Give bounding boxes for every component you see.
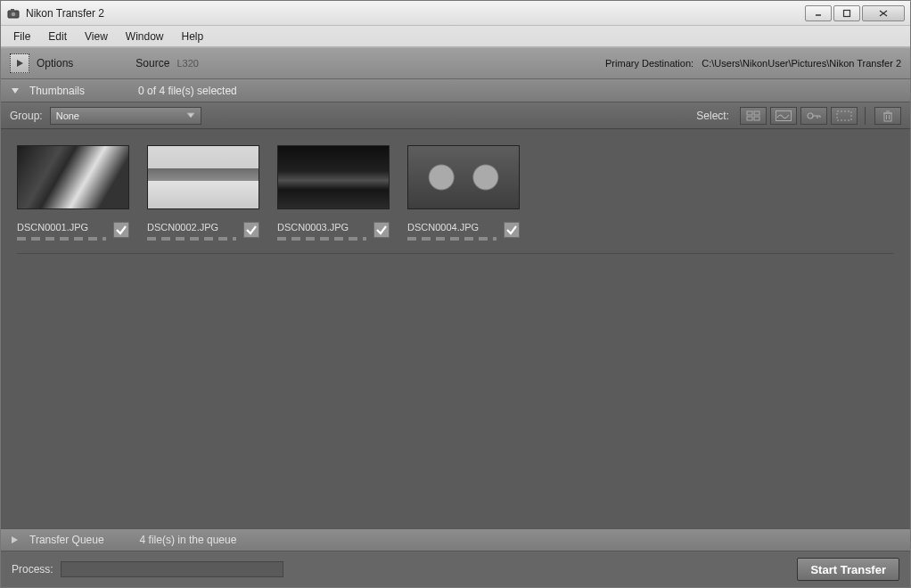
select-marquee-button[interactable]	[831, 107, 858, 125]
expand-icon	[10, 535, 21, 545]
select-wave-button[interactable]	[770, 107, 797, 125]
thumbnail-area: DSCN0001.JPG DSCN0002.JPG	[1, 129, 910, 528]
group-value: None	[56, 110, 79, 121]
thumbnail-checkbox[interactable]	[373, 222, 390, 238]
bottom-bar: Process: Start Transfer	[1, 551, 910, 587]
svg-rect-13	[754, 117, 759, 120]
svg-rect-12	[747, 117, 752, 120]
svg-rect-11	[754, 111, 759, 115]
menu-window[interactable]: Window	[117, 29, 173, 45]
menubar: File Edit View Window Help	[1, 26, 910, 47]
thumbnail-image[interactable]	[407, 145, 520, 209]
start-transfer-label: Start Transfer	[810, 563, 886, 576]
source-value: L320	[176, 58, 198, 69]
select-grid-button[interactable]	[740, 107, 767, 125]
progress-bar	[61, 561, 283, 577]
thumbnail-filename: DSCN0003.JPG	[277, 222, 349, 233]
svg-marker-25	[12, 536, 18, 543]
thumbnails-label: Thumbnails	[29, 85, 85, 97]
thumbnail-item[interactable]: DSCN0004.JPG	[407, 145, 520, 241]
close-button[interactable]	[862, 5, 905, 21]
divider	[865, 107, 866, 125]
thumbnail-dashes	[277, 237, 366, 241]
thumbnail-image[interactable]	[277, 145, 390, 209]
select-lock-button[interactable]	[800, 107, 827, 125]
svg-rect-20	[884, 113, 891, 121]
select-label: Select:	[696, 110, 729, 122]
queue-bar[interactable]: Transfer Queue 4 file(s) in the queue	[1, 528, 910, 551]
thumbnail-image[interactable]	[147, 145, 259, 209]
options-bar: Options Source L320 Primary Destination:…	[1, 47, 910, 79]
thumbnails-count: 0 of 4 file(s) selected	[138, 85, 237, 97]
svg-rect-10	[747, 111, 752, 115]
destination-value: C:\Users\NikonUser\Pictures\Nikon Transf…	[702, 58, 901, 69]
thumbnail-item[interactable]: DSCN0002.JPG	[147, 145, 259, 241]
thumbnails-header[interactable]: Thumbnails 0 of 4 file(s) selected	[1, 79, 910, 102]
collapse-icon	[10, 86, 21, 96]
svg-rect-4	[844, 10, 850, 16]
thumbnail-item[interactable]: DSCN0003.JPG	[277, 145, 390, 241]
svg-marker-8	[12, 88, 19, 94]
thumbnail-image[interactable]	[17, 145, 129, 209]
options-expand-button[interactable]	[10, 53, 29, 73]
titlebar: Nikon Transfer 2	[1, 1, 910, 26]
app-window: Nikon Transfer 2 File Edit View Window H…	[0, 0, 911, 588]
thumbnail-row: DSCN0001.JPG DSCN0002.JPG	[17, 145, 894, 241]
process-label: Process:	[12, 563, 53, 576]
source-label: Source	[135, 57, 169, 69]
thumbnail-dashes	[407, 237, 497, 241]
window-title: Nikon Transfer 2	[26, 7, 805, 20]
separator	[17, 253, 894, 254]
maximize-button[interactable]	[833, 5, 860, 21]
group-dropdown[interactable]: None	[50, 107, 201, 125]
svg-marker-9	[187, 113, 194, 118]
delete-button[interactable]	[874, 107, 901, 125]
queue-label: Transfer Queue	[29, 534, 104, 546]
start-transfer-button[interactable]: Start Transfer	[797, 558, 899, 581]
thumbnail-checkbox[interactable]	[113, 222, 129, 238]
destination-label: Primary Destination:	[605, 58, 694, 69]
thumbnail-item[interactable]: DSCN0001.JPG	[17, 145, 129, 241]
thumbnail-filename: DSCN0002.JPG	[147, 222, 218, 233]
thumbnail-dashes	[17, 237, 106, 241]
menu-edit[interactable]: Edit	[39, 29, 76, 45]
svg-marker-7	[17, 60, 23, 67]
svg-point-2	[12, 12, 16, 16]
chevron-down-icon	[186, 110, 195, 121]
thumbnail-checkbox[interactable]	[243, 222, 259, 238]
svg-point-15	[808, 113, 813, 118]
thumbnail-filename: DSCN0004.JPG	[407, 222, 479, 233]
app-icon	[6, 6, 21, 20]
queue-status: 4 file(s) in the queue	[140, 534, 237, 546]
options-label: Options	[37, 57, 73, 69]
menu-file[interactable]: File	[4, 29, 39, 45]
thumbnail-checkbox[interactable]	[504, 222, 520, 238]
window-controls	[805, 5, 905, 21]
svg-rect-19	[837, 111, 851, 120]
menu-help[interactable]: Help	[173, 29, 213, 45]
group-bar: Group: None Select:	[1, 102, 910, 129]
svg-rect-1	[11, 9, 14, 12]
thumbnail-filename: DSCN0001.JPG	[17, 222, 88, 233]
thumbnail-dashes	[147, 237, 236, 241]
group-label: Group:	[10, 110, 43, 122]
menu-view[interactable]: View	[76, 29, 117, 45]
minimize-button[interactable]	[805, 5, 832, 21]
destination-text: Primary Destination: C:\Users\NikonUser\…	[605, 58, 901, 69]
